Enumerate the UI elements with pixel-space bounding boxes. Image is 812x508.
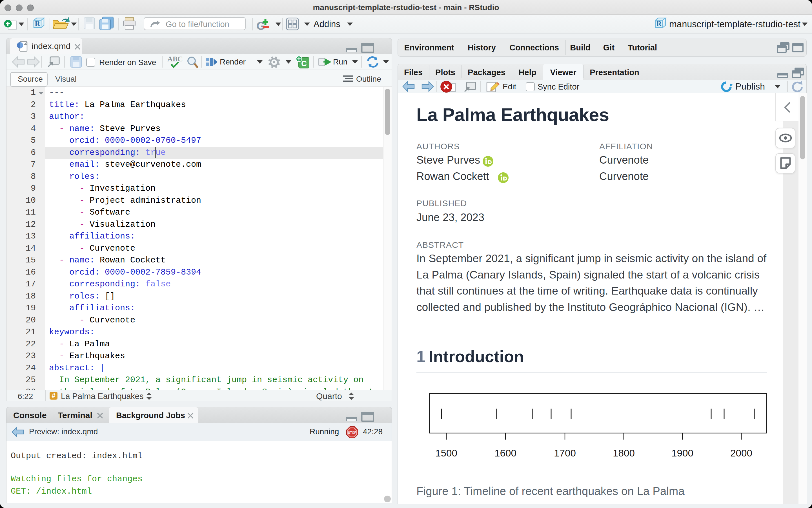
svg-text:C: C [301, 59, 307, 68]
svg-text:ABC: ABC [167, 55, 183, 63]
svg-text:R: R [656, 19, 662, 28]
svg-text:STOP: STOP [348, 431, 356, 434]
svg-text:R: R [35, 19, 40, 28]
